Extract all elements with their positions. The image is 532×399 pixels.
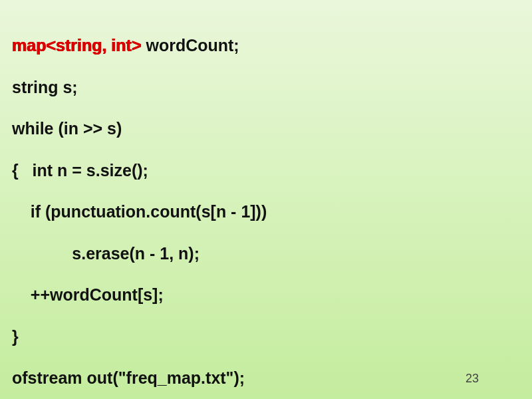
code-line-08: } xyxy=(12,327,520,347)
page-number: 23 xyxy=(466,371,479,386)
code-line-04: { int n = s.size(); xyxy=(12,160,520,181)
wordcount-decl: wordCount; xyxy=(141,36,239,55)
code-line-07: ++wordCount[s]; xyxy=(12,285,520,305)
map-type-highlight: map<string, int> xyxy=(12,36,141,55)
code-line-05: if (punctuation.count(s[n - 1])) xyxy=(12,201,520,222)
code-line-01: map<string, int> wordCount; xyxy=(12,35,520,56)
code-line-02: string s; xyxy=(12,77,520,98)
code-line-09: ofstream out("freq_map.txt"); xyxy=(12,368,520,388)
code-line-03: while (in >> s) xyxy=(12,118,520,139)
code-line-06: s.erase(n - 1, n); xyxy=(12,243,520,264)
code-slide: map<string, int> wordCount; string s; wh… xyxy=(0,0,532,399)
